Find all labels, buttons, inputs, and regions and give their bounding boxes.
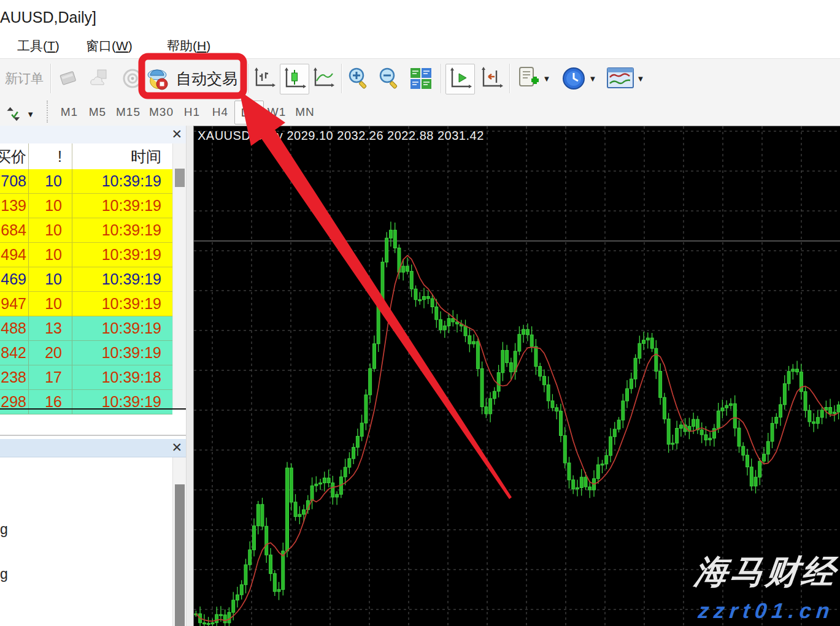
new-order-button[interactable]: 新订单 [5, 70, 44, 87]
list-item[interactable]: g [0, 521, 8, 538]
chart-ohlc-info: XAUUSD,Daily 2029.10 2032.26 2022.88 203… [198, 129, 484, 143]
timeframe-m30[interactable]: M30 [145, 101, 178, 123]
symbols-caret-icon: ▼ [26, 110, 34, 119]
periods-caret-icon: ▼ [589, 74, 597, 83]
candlestick-chart-icon[interactable] [280, 64, 309, 94]
table-row[interactable]: 7081010:39:19 [0, 169, 172, 194]
timeframe-w1[interactable]: W1 [263, 101, 291, 123]
table-cell: 10 [29, 243, 72, 267]
timeframe-m1[interactable]: M1 [55, 101, 83, 123]
templates-button[interactable]: ▼ [605, 64, 645, 93]
toolbar-timeframes: ▼ M1M5M15M30H1H4D1W1MN [0, 98, 840, 126]
menu-bar: 工具(T) 窗口(W) 帮助(H) [0, 34, 840, 58]
table-cell: 10 [29, 267, 72, 291]
close-icon[interactable]: ✕ [171, 440, 182, 455]
table-row[interactable]: 4691010:39:19 [0, 267, 172, 292]
column-header-bid[interactable]: 买价 [0, 143, 29, 169]
table-cell: 298 [0, 390, 29, 414]
data-window-icon[interactable] [87, 64, 114, 93]
autotrading-button[interactable]: 自动交易 [145, 63, 237, 94]
bar-chart-icon[interactable] [252, 64, 277, 93]
line-chart-icon[interactable] [310, 64, 336, 93]
market-watch-rows: 7081010:39:191391010:39:196841010:39:194… [0, 169, 172, 414]
toolbar-separator [249, 64, 250, 93]
zoom-in-icon[interactable] [345, 64, 372, 93]
toolbar-drag-handle[interactable] [47, 101, 50, 123]
menu-tools[interactable]: 工具(T) [17, 37, 60, 55]
panel-divider [0, 435, 186, 437]
window-title: AUUSD,Daily] [0, 9, 96, 26]
close-icon[interactable]: ✕ [171, 127, 182, 142]
table-cell: 10:39:19 [72, 194, 172, 218]
timeframe-h4[interactable]: H4 [206, 101, 234, 123]
market-watch-header: ✕ [0, 126, 186, 144]
toolbar-separator [341, 64, 342, 93]
navigator-header: ✕ [0, 439, 186, 457]
title-bar: AUUSD,Daily] [0, 0, 840, 34]
table-row[interactable]: 6841010:39:19 [0, 218, 172, 243]
scrollbar-thumb[interactable] [175, 169, 185, 187]
table-row[interactable]: 4881310:39:19 [0, 316, 172, 341]
table-row[interactable]: 8422010:39:19 [0, 341, 172, 365]
tile-windows-icon[interactable] [406, 64, 436, 93]
table-cell: 10 [29, 169, 72, 193]
column-header-excl[interactable]: ! [29, 143, 72, 169]
table-row[interactable]: 4941010:39:19 [0, 243, 172, 267]
periods-button[interactable]: ▼ [560, 64, 598, 93]
menu-help[interactable]: 帮助(H) [167, 37, 210, 55]
market-watch-icon[interactable] [55, 64, 82, 93]
zoom-out-icon[interactable] [376, 64, 403, 93]
table-cell: 10:39:19 [72, 390, 172, 414]
table-cell: 10:39:18 [72, 365, 172, 389]
table-row[interactable]: 2381710:39:18 [0, 365, 172, 390]
left-panels: ✕ 买价 ! 时间 7081010:39:191391010:39:196841… [0, 126, 186, 626]
market-watch-column-headers: 买价 ! 时间 [0, 143, 172, 170]
timeframe-m15[interactable]: M15 [112, 101, 145, 123]
list-item[interactable]: g [0, 566, 8, 582]
auto-scroll-icon[interactable] [445, 64, 475, 94]
table-cell: 488 [0, 316, 29, 340]
table-cell: 684 [0, 218, 29, 242]
table-cell: 947 [0, 292, 29, 316]
timeframe-m5[interactable]: M5 [83, 101, 112, 123]
table-row[interactable]: 2981610:39:19 [0, 390, 172, 414]
table-cell: 139 [0, 194, 29, 218]
table-cell: 20 [29, 341, 72, 365]
timeframe-d1[interactable]: D1 [234, 101, 264, 124]
toolbar-separator [441, 64, 442, 93]
market-watch-scrollbar[interactable] [172, 143, 187, 408]
templates-caret-icon: ▼ [637, 74, 645, 83]
broadcast-icon[interactable] [119, 64, 146, 93]
mt4-window: { "window": { "title": "AUUSD,Daily]" },… [0, 0, 840, 626]
indicators-caret-icon: ▼ [543, 74, 551, 83]
toolbar-separator [509, 64, 511, 93]
toolbar-separator [50, 64, 52, 93]
indicators-button[interactable]: ▼ [514, 64, 552, 93]
table-cell: 10:39:19 [72, 169, 172, 193]
scrollbar-thumb[interactable] [175, 484, 185, 626]
autotrading-icon [145, 66, 170, 91]
table-row[interactable]: 9471010:39:19 [0, 292, 172, 316]
table-cell: 10:39:19 [72, 243, 172, 267]
table-cell: 10:39:19 [72, 292, 172, 316]
table-cell: 842 [0, 341, 29, 365]
menu-window[interactable]: 窗口(W) [86, 37, 133, 55]
table-cell: 10 [29, 194, 72, 218]
navigator-scrollbar[interactable] [172, 457, 187, 626]
table-cell: 10:39:19 [72, 316, 172, 340]
table-cell: 10 [29, 218, 72, 242]
timeframe-h1[interactable]: H1 [178, 101, 206, 123]
table-row[interactable]: 1391010:39:19 [0, 194, 172, 218]
table-end-line [0, 408, 186, 410]
column-header-time[interactable]: 时间 [72, 143, 172, 169]
watermark-url: zzrt01.cn [697, 598, 836, 623]
chart-shift-icon[interactable] [477, 64, 506, 93]
table-cell: 469 [0, 267, 29, 291]
table-cell: 238 [0, 365, 29, 389]
timeframe-mn[interactable]: MN [291, 101, 319, 123]
autotrading-label: 自动交易 [176, 69, 237, 89]
toolbar-standard: 新订单 自动交易 [0, 58, 840, 99]
chart-window[interactable]: XAUUSD,Daily 2029.10 2032.26 2022.88 203… [193, 126, 840, 626]
table-cell: 13 [29, 316, 72, 340]
symbols-button[interactable]: ▼ [5, 99, 34, 129]
